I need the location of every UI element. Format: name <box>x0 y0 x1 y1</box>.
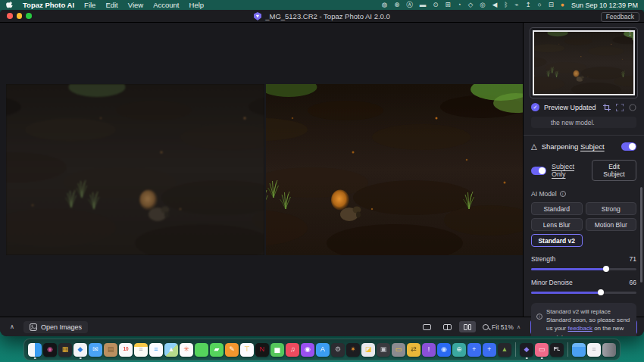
dock-separator <box>515 342 516 357</box>
thumbnail-menu-icon[interactable]: ⋮ <box>627 30 633 36</box>
crop-icon[interactable] <box>603 104 611 111</box>
dock-facetime-icon[interactable]: ▰ <box>210 343 224 357</box>
dock-netflix-icon[interactable]: N <box>255 343 269 357</box>
dock-safari-icon[interactable]: ◆ <box>73 343 87 357</box>
minor-denoise-slider[interactable] <box>531 292 636 294</box>
menu-clock[interactable]: Sun Sep 10 12:39 PM <box>571 2 638 9</box>
menu-item-file[interactable]: File <box>84 0 95 10</box>
model-button-motion-blur[interactable]: Motion Blur <box>586 218 637 231</box>
dock-books-icon[interactable]: ▤ <box>104 343 117 357</box>
model-button-lens-blur[interactable]: Lens Blur <box>531 218 583 231</box>
update-icon[interactable]: ↥ <box>525 0 530 10</box>
ai-model-info-icon[interactable]: i <box>560 191 566 197</box>
zoom-out-icon[interactable] <box>483 324 489 330</box>
fullscreen-icon[interactable] <box>616 104 624 111</box>
dock: ◉▦◆✉▤10≡≡▲✳▰✎⊤N▅♫◉A⚙✶◪▣▭⇄!◉⊕++▲◆▭PL≡ <box>23 339 621 360</box>
dock-pages-icon[interactable]: ✎ <box>225 343 239 357</box>
sidecar-icon[interactable]: ⊟ <box>549 0 554 10</box>
app-status-icon[interactable]: ● <box>561 0 564 10</box>
dock-screen-sharing-icon[interactable]: ▭ <box>392 343 405 357</box>
subject-only-toggle[interactable] <box>531 167 546 175</box>
dock-photo-booth-icon[interactable]: ▣ <box>377 343 390 357</box>
screen-mirroring-icon[interactable]: ⊞ <box>445 0 450 10</box>
compare-circle-icon[interactable] <box>629 104 636 111</box>
dock-pink-display-app-icon[interactable]: ▭ <box>535 343 549 357</box>
menu-item-edit[interactable]: Edit <box>105 0 117 10</box>
dock-podcasts-icon[interactable]: ◉ <box>301 343 314 357</box>
dock-reminders-icon[interactable]: ≡ <box>149 343 163 357</box>
network-icon[interactable]: ⊕ <box>394 0 399 10</box>
photo-preview-original[interactable] <box>6 84 264 255</box>
strength-slider[interactable] <box>531 268 636 270</box>
model-button-strong[interactable]: Strong <box>586 202 637 215</box>
dock-system-settings-icon[interactable]: ⚙ <box>331 343 345 357</box>
dock-capture-app-1-icon[interactable]: + <box>467 343 481 357</box>
menu-item-help[interactable]: Help <box>189 0 205 10</box>
dock-photos-icon[interactable]: ✳ <box>180 343 193 357</box>
volume-icon[interactable]: ◀ <box>492 0 498 10</box>
accessibility-icon[interactable]: ⌁ <box>514 0 518 10</box>
edit-subject-button[interactable]: Edit Subject <box>592 160 636 181</box>
dock-game-app-icon[interactable]: ✶ <box>346 343 360 357</box>
dock-messages-icon[interactable] <box>195 343 208 357</box>
airdrop-icon[interactable]: ◇ <box>468 0 474 10</box>
side-by-side-view-button[interactable] <box>459 321 476 332</box>
image-canvas[interactable] <box>0 23 523 317</box>
feedback-link[interactable]: feedback <box>567 325 592 332</box>
navigator-thumbnail[interactable]: ⋮ <box>530 27 638 98</box>
dock-keynote-icon[interactable]: ⊤ <box>240 343 254 357</box>
dock-lightroom-app-icon[interactable]: ▲ <box>498 343 511 357</box>
dock-finder-icon[interactable] <box>28 343 42 357</box>
dock-mail-icon[interactable]: ✉ <box>89 343 102 357</box>
dock-document-icon[interactable]: ≡ <box>587 343 601 357</box>
sharpening-toggle[interactable] <box>621 142 636 151</box>
dock-capture-app-2-icon[interactable]: + <box>483 343 496 357</box>
timer-icon[interactable]: ◔ <box>458 0 461 10</box>
input-source-icon[interactable]: Ⓐ <box>406 0 413 10</box>
zoom-icon[interactable]: ⊙ <box>433 0 438 10</box>
dock-folder-icon[interactable] <box>572 343 586 357</box>
zoom-fit-label[interactable]: Fit 51% <box>492 323 514 331</box>
zoom-window-button[interactable] <box>26 13 32 19</box>
split-view-button[interactable] <box>439 321 455 332</box>
dock-network-globe-app-icon[interactable]: ⊕ <box>452 343 466 357</box>
dock-notes-icon[interactable]: ≡ <box>134 343 148 357</box>
feedback-button[interactable]: Feedback <box>601 12 639 22</box>
preview-status-label: Preview Updated <box>544 104 596 111</box>
dock-numbers-icon[interactable]: ▅ <box>270 343 284 357</box>
zoom-caret-icon[interactable]: ∧ <box>517 324 521 330</box>
dock-file-transfer-icon[interactable]: ⇄ <box>407 343 420 357</box>
dock-launchpad-icon[interactable]: ▦ <box>58 343 72 357</box>
minimize-window-button[interactable] <box>17 13 23 19</box>
dock-calendar-icon[interactable]: 10 <box>119 343 133 357</box>
spotlight-icon[interactable]: ○ <box>538 0 542 10</box>
menu-item-view[interactable]: View <box>128 0 143 10</box>
open-images-button[interactable]: Open Images <box>23 321 88 333</box>
dock-app-store-icon[interactable]: A <box>316 343 330 357</box>
dock-textedit-icon[interactable]: ◪ <box>361 343 375 357</box>
title-bar[interactable]: _MG_5123.CR2 - Topaz Photo AI 2.0.0 Feed… <box>0 10 644 23</box>
dock-siri-icon[interactable]: ◉ <box>43 343 57 357</box>
collapse-filmstrip-button[interactable]: ∧ <box>6 321 18 333</box>
dock-trash-icon[interactable] <box>602 343 616 357</box>
menu-item-topaz-photo-ai[interactable]: Topaz Photo AI <box>23 0 74 10</box>
dock-topaz-photo-ai-icon[interactable]: ◆ <box>520 343 533 357</box>
dock-alert-app-icon[interactable]: ! <box>422 343 436 357</box>
menu-item-account[interactable]: Account <box>153 0 179 10</box>
single-view-button[interactable] <box>418 321 435 332</box>
voice-control-icon[interactable]: ◍ <box>382 0 387 10</box>
apple-menu-icon[interactable] <box>6 2 13 9</box>
notice-info-icon: i <box>536 314 542 320</box>
dock-music-icon[interactable]: ♫ <box>286 343 299 357</box>
dock-compass-app-icon[interactable]: ◉ <box>437 343 451 357</box>
close-window-button[interactable] <box>7 13 13 19</box>
dock-maps-icon[interactable]: ▲ <box>164 343 178 357</box>
photo-preview-processed[interactable] <box>266 84 523 255</box>
record-icon[interactable]: ◎ <box>480 0 485 10</box>
model-button-standard-v2[interactable]: Standard v2 <box>531 234 583 247</box>
panel-scrollbar[interactable] <box>640 187 642 282</box>
dock-photo-lab-icon[interactable]: PL <box>550 343 564 357</box>
bluetooth-icon[interactable]: ᛒ <box>504 0 508 10</box>
display-icon[interactable]: ▬ <box>420 0 427 10</box>
model-button-standard[interactable]: Standard <box>531 202 583 215</box>
